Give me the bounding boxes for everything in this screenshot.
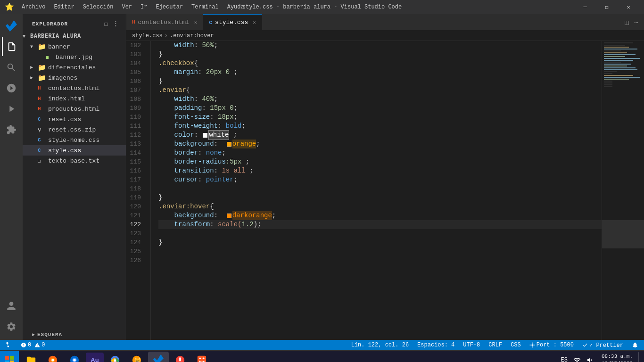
status-port[interactable]: Port : 5500 [528,342,576,348]
tab-contactos-close-icon[interactable]: ✕ [194,19,198,25]
editor-content[interactable]: 1021031041051061071081091101111121131141… [126,41,602,340]
code-line[interactable] [158,247,602,256]
menu-ver[interactable]: Ver [118,3,136,11]
code-lines[interactable]: width: 50%;}.checkbox{ margin: 20px 0 ;}… [151,41,602,340]
code-line[interactable]: .enviar{ [158,86,602,95]
menu-archivo[interactable]: Archivo [18,3,49,11]
file-texto-base[interactable]: ◻ texto-base.txt [23,156,126,166]
project-arrow-icon: ▼ [23,34,30,39]
code-line[interactable]: } [158,193,602,202]
svg-rect-3 [5,360,9,362]
file-reset-css[interactable]: C reset.css [23,114,126,124]
code-line[interactable]: font-size: 18px; [158,113,602,122]
taskbar-adobe-au[interactable]: Au [86,353,104,362]
code-line[interactable]: background: darkorange; [158,211,602,220]
code-line[interactable]: transform: scale(1.2); [158,220,602,229]
activity-account-icon[interactable] [2,296,21,315]
code-line[interactable]: width: 50%; [158,41,602,50]
file-index-html[interactable]: H index.html [23,93,126,104]
folder-banner[interactable]: ▼ 📁 banner [23,41,126,52]
code-line[interactable]: cursor: pointer; [158,175,602,184]
minimap[interactable] [602,41,644,340]
menu-editar[interactable]: Editar [50,3,78,11]
taskbar-app7[interactable] [170,352,190,362]
taskbar-volume-icon[interactable] [585,352,596,362]
file-style-css[interactable]: C style.css [23,145,126,156]
project-root[interactable]: ▼ BARBERIA ALURA [23,31,126,41]
minimize-button[interactable]: ─ [574,0,596,14]
activity-vscode-icon[interactable] [2,16,21,35]
code-line[interactable]: border: none; [158,148,602,157]
tab-contactos[interactable]: H contactos.html ✕ [126,14,203,30]
file-contactos-html[interactable]: H contactos.html [23,83,126,93]
taskbar-firefox-dev[interactable] [64,352,85,362]
activity-run-icon[interactable] [2,99,21,118]
activity-settings-icon[interactable] [2,317,21,336]
taskbar-clock[interactable]: 08:33 a.m. 10/05/2023 [598,353,636,362]
activity-explorer-icon[interactable] [2,37,21,56]
token: padding [174,104,202,113]
code-line[interactable]: transition: 1s all ; [158,166,602,175]
file-banner-jpg[interactable]: ◾ banner.jpg [23,52,126,62]
taskbar-show-desktop[interactable] [638,352,640,362]
taskbar-app8[interactable] [191,352,212,362]
code-line[interactable] [158,256,602,265]
code-line[interactable]: .checkbox{ [158,59,602,68]
menu-terminal[interactable]: Terminal [188,3,223,11]
menu-ir[interactable]: Ir [137,3,151,11]
code-line[interactable]: } [158,238,602,247]
menu-ejecutar[interactable]: Ejecutar [152,3,187,11]
code-line[interactable]: color: white ; [158,131,602,140]
taskbar-file-explorer[interactable] [21,352,41,362]
activity-search-icon[interactable] [2,58,21,77]
file-productos-html[interactable]: H productos.html [23,104,126,114]
code-line[interactable]: } [158,77,602,86]
new-file-icon[interactable]: ◻ [103,19,109,29]
status-language[interactable]: CSS [509,342,523,348]
file-reset-css-zip[interactable]: ⚲ reset.css.zip [23,124,126,135]
tab-split-icon[interactable]: ◫ [623,17,630,27]
code-line[interactable] [158,229,602,238]
code-line[interactable]: font-weight: bold; [158,122,602,131]
code-line[interactable] [158,184,602,193]
status-encoding[interactable]: UTF-8 [461,342,482,348]
menu-seleccion[interactable]: Selección [79,3,117,11]
taskbar-lang[interactable]: ES [559,357,570,362]
taskbar-vscode[interactable] [148,352,169,362]
code-line[interactable]: width: 40%; [158,95,602,104]
taskbar-chrome[interactable] [105,352,125,362]
code-line[interactable]: border-radius:5px ; [158,157,602,166]
activity-extensions-icon[interactable] [2,120,21,139]
collapse-all-icon[interactable]: ⋮ [111,19,120,29]
taskbar-app5[interactable]: 😸 [126,352,147,362]
folder-diferenciales[interactable]: ► 📁 diferenciales [23,62,126,73]
status-line-ending[interactable]: CRLF [487,342,504,348]
status-spaces[interactable]: Espacios: 4 [415,342,456,348]
schema-panel[interactable]: ► ESQUEMA [23,329,126,340]
tab-style-close-icon[interactable]: ✕ [253,19,256,25]
status-line-col[interactable]: Lín. 122, col. 26 [349,342,411,348]
close-button[interactable]: ✕ [618,0,639,14]
code-line[interactable]: } [158,50,602,59]
tab-more-icon[interactable]: ⋯ [633,17,640,27]
line-ending-text: CRLF [488,342,502,348]
maximize-button[interactable]: ◻ [596,0,618,14]
file-style-home-css[interactable]: C style-home.css [23,135,126,145]
status-notifications-icon[interactable] [630,342,640,348]
status-branch-icon[interactable] [4,342,14,348]
code-line[interactable]: padding: 15px 0; [158,104,602,113]
start-button[interactable] [0,351,19,362]
status-prettier[interactable]: ✓ Prettier [580,342,625,349]
line-number: 126 [126,256,146,265]
code-line[interactable]: background: orange; [158,140,602,148]
taskbar-firefox[interactable] [42,352,63,362]
code-view[interactable]: 1021031041051061071081091101111121131141… [126,41,602,340]
status-errors[interactable]: 0 0 [19,342,47,348]
activity-git-icon[interactable] [2,79,21,98]
folder-imagenes[interactable]: ► 📁 imagenes [23,73,126,83]
taskbar-network-icon[interactable] [571,352,583,362]
code-line[interactable]: .enviar:hover{ [158,202,602,211]
code-line[interactable]: margin: 20px 0 ; [158,68,602,77]
svg-text:😸: 😸 [134,356,141,362]
tab-style[interactable]: C style.css ✕ [203,14,262,30]
